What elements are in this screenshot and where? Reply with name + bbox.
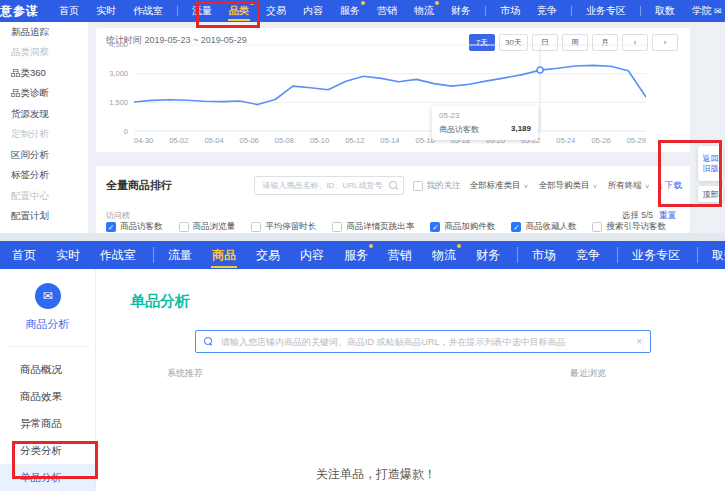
nav-tab[interactable]: 首页 bbox=[10, 241, 38, 269]
sidebar-item[interactable]: 新品追踪 bbox=[0, 22, 88, 43]
metric-checkbox[interactable]: 商品浏览量 bbox=[179, 221, 236, 233]
product-thumbnail[interactable] bbox=[167, 380, 204, 417]
nav-tab[interactable]: 商品 bbox=[210, 241, 238, 269]
nav-tab[interactable]: 流量 bbox=[166, 241, 194, 269]
sidebar-item[interactable]: 标签分析 bbox=[0, 166, 88, 187]
nav-tab[interactable]: 流量 bbox=[190, 0, 214, 22]
nav-tab-label: 财务 bbox=[451, 4, 471, 18]
metric-checkbox[interactable]: 商品详情页跳出率 bbox=[332, 221, 414, 233]
sidebar-item[interactable]: 单品分析 bbox=[0, 464, 95, 491]
nav-tab[interactable]: 营销 bbox=[375, 0, 399, 22]
reset-link[interactable]: 重置 bbox=[659, 210, 676, 222]
nav-tab[interactable]: 学院 bbox=[690, 0, 714, 22]
nav-tab[interactable]: 取数 bbox=[653, 0, 677, 22]
nav-tab[interactable]: 服务 bbox=[338, 0, 362, 22]
nav-tab[interactable]: 实时 bbox=[94, 0, 118, 22]
nav-tab[interactable]: 市场 bbox=[530, 241, 558, 269]
x-tick-label: 05-29 bbox=[627, 136, 646, 145]
product-thumbnail[interactable] bbox=[578, 380, 615, 417]
back-to-top-button[interactable]: 顶部 bbox=[698, 186, 723, 202]
product-search-box[interactable] bbox=[254, 176, 404, 195]
sidebar-item-label: 定制分析 bbox=[11, 128, 49, 141]
sidebar-item[interactable]: 品类360 bbox=[0, 63, 88, 84]
search-icon[interactable] bbox=[389, 181, 398, 190]
back-label-line1: 返回 bbox=[703, 154, 719, 164]
nav-tab-label: 业务专区 bbox=[632, 247, 680, 264]
sidebar-item[interactable]: 异常商品 bbox=[0, 410, 95, 437]
sidebar-item[interactable]: 区间分析 bbox=[0, 145, 88, 166]
product-thumbnail[interactable] bbox=[249, 380, 286, 417]
nav-tab[interactable]: 财务 bbox=[474, 241, 502, 269]
product-search-input[interactable] bbox=[260, 180, 389, 191]
metric-checkbox[interactable]: 平均停留时长 bbox=[251, 221, 316, 233]
nav-tab[interactable]: 内容 bbox=[301, 0, 325, 22]
nav-tab[interactable]: 首页 bbox=[57, 0, 81, 22]
metric-checkbox[interactable]: 商品加购件数 bbox=[430, 221, 495, 233]
product-thumbnail[interactable] bbox=[537, 380, 574, 417]
nav-tab[interactable]: 营销 bbox=[386, 241, 414, 269]
download-link[interactable]: ↓下载 bbox=[659, 180, 682, 192]
nav-tab-label: 商品 bbox=[212, 247, 236, 264]
top-navbar: 生意参谋 首页 实时 作战室 流量 品类 交易 内容 服务 营销 物流 bbox=[0, 0, 725, 22]
nav-tab[interactable]: 物流 bbox=[412, 0, 436, 22]
chevron-down-icon: ∨ bbox=[593, 182, 598, 188]
product-keyword-search-box[interactable]: × bbox=[195, 330, 651, 353]
filter-dropdown[interactable]: 所有终端∨ bbox=[608, 180, 650, 192]
filter-dropdown[interactable]: 全部导购类目∨ bbox=[539, 180, 598, 192]
app-logo: 生意参谋 bbox=[0, 3, 39, 20]
nav-tab[interactable]: 交易 bbox=[254, 241, 282, 269]
visitor-line-chart[interactable] bbox=[134, 44, 646, 132]
sidebar-item-label: 分类分析 bbox=[20, 444, 62, 458]
y-tick-label: 3,000 bbox=[109, 69, 128, 78]
nav-tab[interactable]: 品类 bbox=[227, 0, 251, 22]
range-button[interactable]: › bbox=[652, 34, 678, 51]
nav-tab[interactable]: 市场 bbox=[498, 0, 522, 22]
nav-tab[interactable]: 财务 bbox=[449, 0, 473, 22]
sidebar-item[interactable]: 配置计划 bbox=[0, 207, 88, 228]
ranking-filters: 全部标准类目∨ 全部导购类目∨ 所有终端∨ bbox=[469, 180, 649, 192]
nav-tab[interactable]: 作战室 bbox=[98, 241, 138, 269]
sidebar-item[interactable]: 商品效果 bbox=[0, 383, 95, 410]
visit-rank-tab[interactable]: 访问榜 bbox=[106, 210, 130, 221]
metric-checkbox[interactable]: 搜索引导访客数 bbox=[592, 221, 666, 233]
back-to-old-version-button[interactable]: 返回 旧版 bbox=[698, 146, 723, 181]
metric-checkbox[interactable]: 商品访客数 bbox=[106, 221, 163, 233]
metric-checkbox[interactable]: 商品收藏人数 bbox=[511, 221, 576, 233]
nav-tab[interactable]: 业务专区 bbox=[584, 0, 628, 22]
nav-tab-label: 交易 bbox=[266, 4, 286, 18]
nav-tab-label: 首页 bbox=[59, 4, 79, 18]
y-axis-labels: 4,5003,0001,5000 bbox=[100, 40, 128, 136]
nav-tab[interactable]: 服务 bbox=[342, 241, 370, 269]
second-nav-items: 首页 实时 作战室 流量 商品 交易 内容 服务 营销 物流 财务 市 bbox=[10, 241, 725, 269]
sidebar-item[interactable]: 配置中心 bbox=[0, 186, 88, 207]
filter-dropdown[interactable]: 全部标准类目∨ bbox=[469, 180, 528, 192]
nav-tab[interactable]: 作战室 bbox=[131, 0, 165, 22]
sidebar-item[interactable]: 商品概况 bbox=[0, 356, 95, 383]
sidebar-item[interactable]: 分类分析 bbox=[0, 437, 95, 464]
nav-tab[interactable]: 竞争 bbox=[574, 241, 602, 269]
chart-tooltip: 05-23 商品访客数 3,189 bbox=[432, 106, 538, 140]
category-sidebar: 新品追踪 品类洞察 品类360 品类诊断 货源发现 定制分析 区间分析 标签分析… bbox=[0, 22, 89, 233]
nav-tab[interactable]: 交易 bbox=[264, 0, 288, 22]
nav-tab[interactable]: 取数 bbox=[710, 241, 725, 269]
nav-tab[interactable]: 内容 bbox=[298, 241, 326, 269]
sidebar-item[interactable]: 货源发现 bbox=[0, 104, 88, 125]
nav-tab-label: 竞争 bbox=[537, 4, 557, 18]
my-focus-checkbox[interactable]: 我的关注 bbox=[413, 180, 460, 192]
clear-icon[interactable]: × bbox=[636, 336, 642, 347]
tooltip-value: 3,189 bbox=[511, 124, 531, 135]
nav-tab[interactable]: 实时 bbox=[54, 241, 82, 269]
y-tick-label: 1,500 bbox=[109, 98, 128, 107]
product-keyword-input[interactable] bbox=[219, 336, 636, 348]
checkbox-icon bbox=[430, 222, 440, 232]
nav-tab[interactable]: 业务专区 bbox=[630, 241, 682, 269]
product-thumbnail[interactable] bbox=[208, 380, 245, 417]
sidebar-item[interactable]: 品类洞察 bbox=[0, 43, 88, 64]
metric-label: 平均停留时长 bbox=[265, 221, 316, 233]
sidebar-group-label: 商品分析 bbox=[6, 317, 89, 332]
sidebar-item[interactable]: 定制分析 bbox=[0, 125, 88, 146]
nav-tab[interactable]: 竞争 bbox=[535, 0, 559, 22]
sidebar-item[interactable]: 品类诊断 bbox=[0, 84, 88, 105]
nav-tab[interactable]: 物流 bbox=[430, 241, 458, 269]
visitor-trend-line bbox=[134, 65, 646, 104]
